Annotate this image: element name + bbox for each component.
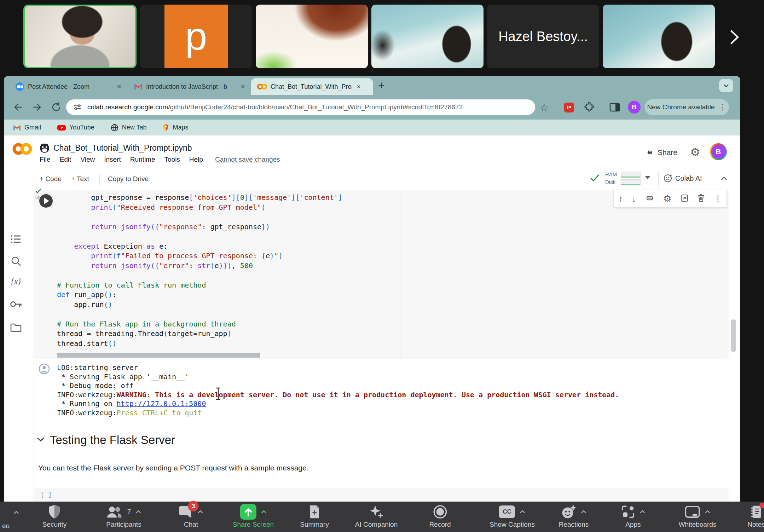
video-tile-active-speaker[interactable] [23, 5, 137, 68]
toolbar-item-chat[interactable]: 3 Chat [179, 504, 203, 528]
video-partial-label[interactable]: eo [2, 522, 10, 530]
secrets-key-icon[interactable] [9, 300, 23, 310]
video-tile-name-only[interactable]: Hazel Bestoy... [487, 5, 599, 68]
reload-icon[interactable] [51, 102, 62, 114]
gallery-next-button[interactable] [728, 29, 741, 45]
bookmark-youtube[interactable]: YouTube [57, 124, 94, 131]
variables-icon[interactable]: {x} [9, 277, 23, 286]
cell-prompt: [ ] [40, 491, 52, 498]
run-cell-button[interactable] [39, 194, 53, 208]
screen: p Hazel Bestoy... Post Attendee - Zoom × [0, 0, 764, 532]
search-icon[interactable] [9, 256, 23, 268]
captions-icon: CC [499, 505, 515, 518]
chevron-up-icon [640, 510, 646, 514]
menu-tools[interactable]: Tools [164, 156, 180, 163]
menu-help[interactable]: Help [189, 156, 203, 163]
update-chrome-button[interactable]: New Chrome available ⋮ [645, 99, 729, 115]
new-tab-button[interactable]: + [378, 79, 385, 92]
tab-close-icon[interactable]: × [238, 82, 248, 91]
menu-runtime[interactable]: Runtime [130, 156, 155, 163]
menu-edit[interactable]: Edit [60, 156, 71, 163]
toolbar-item-security[interactable]: Security [42, 504, 67, 528]
forward-icon[interactable] [31, 102, 43, 114]
settings-gear-icon[interactable]: ⚙ [690, 145, 700, 159]
bookmark-maps[interactable]: Maps [163, 124, 188, 132]
table-of-contents-icon[interactable] [9, 235, 23, 245]
toolbar-item-participants[interactable]: 7 Participants [106, 504, 141, 528]
ram-meter[interactable] [621, 172, 641, 178]
colab-logo [12, 140, 33, 159]
back-icon[interactable] [12, 102, 24, 114]
chevron-down-icon [723, 84, 729, 87]
section-title[interactable]: Testing the Flask Server [50, 433, 175, 447]
toolbar-item-record[interactable]: Record [429, 504, 451, 528]
extensions-icon[interactable] [584, 102, 595, 114]
delete-cell-icon[interactable] [697, 194, 705, 204]
cell-more-icon[interactable]: ⋮ [714, 194, 722, 204]
copy-link-icon[interactable] [645, 194, 655, 203]
files-folder-icon[interactable] [9, 323, 23, 334]
browser-menu-icon[interactable]: ⋮ [719, 103, 727, 112]
section-collapse-icon[interactable] [36, 437, 45, 443]
tab-gmail-doc[interactable]: Introduction to JavaScript - b × [129, 80, 248, 94]
colab-ai-button[interactable]: Colab AI [675, 174, 702, 183]
menu-view[interactable]: View [80, 156, 95, 163]
zoom-toolbar: eo Security 7 Participants 3 Chat [0, 502, 764, 532]
site-info-icon[interactable] [73, 103, 82, 111]
toolbar-item-show-captions[interactable]: CC Show Captions [490, 504, 535, 528]
add-text-button[interactable]: + Text [71, 175, 89, 183]
share-link-icon[interactable] [645, 148, 655, 158]
add-code-button[interactable]: + Code [40, 175, 62, 183]
colab-avatar: B [711, 145, 725, 159]
video-tile-closeup[interactable] [256, 5, 368, 68]
notebook-filename[interactable]: Chat_Bot_Tutorial_With_Prompt.ipynb [53, 143, 192, 153]
video-tile-screen-share[interactable]: p [140, 5, 252, 68]
toolbar-item-whiteboards[interactable]: Whiteboards [679, 504, 717, 528]
tab-colab-active[interactable]: Chat_Bot_Tutorial_With_Pron × [251, 78, 373, 95]
resources-dropdown-icon[interactable] [645, 176, 650, 179]
collapse-toolbar-icon[interactable] [720, 176, 728, 182]
colab-page: Chat_Bot_Tutorial_With_Prompt.ipynb File… [4, 135, 740, 532]
menu-insert[interactable]: Insert [104, 156, 121, 163]
shield-icon [48, 504, 61, 519]
bookmark-gmail[interactable]: Gmail [13, 124, 41, 131]
move-cell-down-icon[interactable]: ↓ [632, 193, 636, 204]
tab-close-icon[interactable]: × [357, 83, 361, 91]
tab-strip-expand-button[interactable] [719, 79, 733, 92]
toolbar-item-summary[interactable]: Summary [300, 504, 329, 528]
password-extension-icon[interactable] [564, 103, 574, 112]
disk-meter[interactable] [621, 179, 641, 185]
bookmark-new-tab[interactable]: New Tab [111, 124, 147, 132]
cell-settings-gear-icon[interactable]: ⚙ [663, 193, 671, 204]
browser-profile-avatar[interactable]: B [628, 101, 641, 114]
colab-avatar-ring[interactable]: B [710, 143, 727, 160]
menu-file[interactable]: File [40, 156, 51, 163]
tab-strip: Post Attendee - Zoom × Introduction to J… [4, 76, 740, 95]
move-cell-up-icon[interactable]: ↑ [618, 193, 623, 204]
runtime-check-icon [590, 173, 600, 184]
tab-close-icon[interactable]: × [114, 82, 124, 91]
bookmark-label: Gmail [24, 124, 41, 131]
toolbar-item-ai-companion[interactable]: AI Companion [355, 504, 398, 528]
toolbar-item-share-screen[interactable]: Share Screen [233, 504, 274, 528]
toolbar-item-notes[interactable]: Notes [747, 504, 764, 528]
copy-to-drive-button[interactable]: Copy to Drive [108, 175, 149, 183]
side-panel-icon[interactable] [609, 102, 620, 114]
cell-horizontal-scrollbar[interactable] [57, 353, 260, 358]
address-bar[interactable]: colab.research.google.com/github/BenjiCo… [66, 99, 535, 115]
toolbar-item-apps[interactable]: Apps [621, 504, 646, 528]
video-tile-two-people[interactable] [371, 5, 484, 68]
gmail-icon [13, 125, 21, 131]
video-chevron-icon[interactable] [13, 509, 19, 516]
tab-zoom[interactable]: Post Attendee - Zoom × [10, 80, 124, 94]
mirror-cell-icon[interactable] [680, 194, 689, 204]
share-button[interactable]: Share [658, 148, 677, 157]
url-host: colab.research.google.com [87, 103, 168, 111]
save-status[interactable]: Cannot save changes [215, 156, 280, 163]
page-scrollbar-thumb[interactable] [731, 319, 736, 352]
code-lines[interactable]: gpt_response = response['choices'][0]['m… [57, 193, 342, 348]
bookmark-star-icon[interactable]: ☆ [539, 102, 549, 114]
toolbar-item-reactions[interactable]: Reactions [559, 504, 589, 528]
youtube-icon [57, 125, 66, 131]
video-tile-outdoor[interactable] [603, 5, 715, 68]
